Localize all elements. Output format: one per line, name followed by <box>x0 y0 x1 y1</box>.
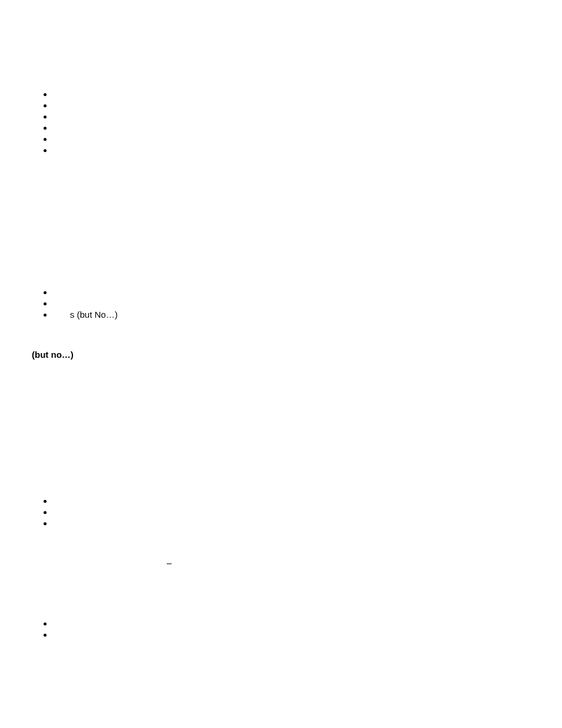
bullet-list-2: s (but No…) <box>53 286 118 320</box>
list-item <box>53 88 58 100</box>
bullet-list-3 <box>53 495 58 529</box>
list-item <box>53 100 58 111</box>
list-item <box>53 286 118 298</box>
list-item: s (but No…) <box>53 309 118 320</box>
list-item <box>53 495 58 506</box>
list-item <box>53 144 58 156</box>
dash-separator: – <box>167 558 171 568</box>
list-item <box>53 618 58 629</box>
bullet-list-1 <box>53 88 58 156</box>
list-item <box>53 629 58 640</box>
bullet-list-4 <box>53 618 58 640</box>
list-item <box>53 506 58 518</box>
list-item <box>53 133 58 144</box>
section-heading: (but no…) <box>32 350 74 360</box>
list-item <box>53 518 58 529</box>
list-item <box>53 111 58 122</box>
list-item <box>53 122 58 133</box>
list-item <box>53 298 118 309</box>
